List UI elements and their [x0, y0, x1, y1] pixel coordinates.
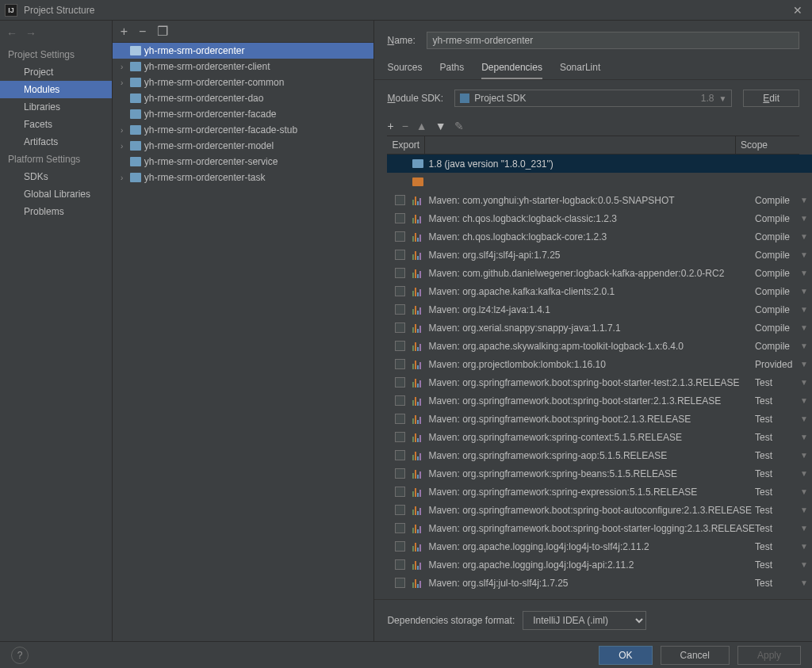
dependency-row[interactable]: Maven: org.xerial.snappy:snappy-java:1.1… — [387, 319, 812, 337]
module-row[interactable]: yh-rme-srm-ordercenter — [113, 43, 374, 59]
chevron-down-icon[interactable]: ▼ — [796, 196, 812, 204]
export-checkbox[interactable] — [395, 395, 405, 406]
add-dependency-icon[interactable]: + — [387, 120, 393, 132]
expand-icon[interactable]: › — [117, 142, 127, 151]
dependency-row[interactable]: Maven: ch.qos.logback:logback-classic:1.… — [387, 209, 812, 227]
module-row[interactable]: ›yh-rme-srm-ordercenter-task — [113, 170, 374, 185]
chevron-down-icon[interactable]: ▼ — [796, 360, 812, 368]
chevron-down-icon[interactable]: ▼ — [796, 250, 812, 259]
export-checkbox[interactable] — [395, 505, 405, 515]
dependency-row[interactable]: Maven: org.apache.kafka:kafka-clients:2.… — [387, 282, 812, 300]
sidebar-item[interactable]: Global Libraries — [0, 185, 112, 203]
export-checkbox[interactable] — [395, 268, 405, 278]
export-checkbox[interactable] — [395, 541, 405, 552]
chevron-down-icon[interactable]: ▼ — [796, 524, 812, 532]
dependency-row[interactable]: Maven: org.springframework:spring-expres… — [387, 483, 812, 501]
chevron-down-icon[interactable]: ▼ — [796, 269, 812, 277]
chevron-down-icon[interactable]: ▼ — [796, 287, 812, 296]
module-row[interactable]: ›yh-rme-srm-ordercenter-common — [113, 74, 374, 90]
dependency-row[interactable]: Maven: org.slf4j:jul-to-slf4j:1.7.25Test… — [387, 574, 812, 592]
chevron-down-icon[interactable]: ▼ — [796, 578, 812, 587]
sdk-select[interactable]: Project SDK 1.8 ▼ — [454, 90, 732, 107]
dependency-row[interactable]: Maven: org.springframework.boot:spring-b… — [387, 410, 812, 428]
chevron-down-icon[interactable]: ▼ — [796, 323, 812, 332]
export-checkbox[interactable] — [395, 341, 405, 351]
dependency-row[interactable]: Maven: org.lz4:lz4-java:1.4.1Compile▼ — [387, 300, 812, 319]
module-row[interactable]: ›yh-rme-srm-ordercenter-facade-stub — [113, 122, 374, 138]
sidebar-item[interactable]: Project — [0, 63, 112, 81]
storage-format-select[interactable]: IntelliJ IDEA (.iml) — [523, 611, 646, 630]
dependency-row[interactable]: Maven: org.springframework.boot:spring-b… — [387, 501, 812, 519]
dependency-row[interactable]: Maven: org.springframework:spring-aop:5.… — [387, 446, 812, 464]
module-row[interactable]: yh-rme-srm-ordercenter-dao — [113, 90, 374, 106]
module-row[interactable]: ›yh-rme-srm-ordercenter-client — [113, 59, 374, 74]
export-checkbox[interactable] — [395, 304, 405, 315]
help-icon[interactable]: ? — [11, 647, 29, 664]
dependency-row[interactable]: Maven: org.apache.logging.log4j:log4j-to… — [387, 537, 812, 555]
dependency-row[interactable]: Maven: org.springframework:spring-contex… — [387, 428, 812, 446]
dependency-row[interactable]: Maven: ch.qos.logback:logback-core:1.2.3… — [387, 227, 812, 246]
chevron-down-icon[interactable]: ▼ — [796, 469, 812, 478]
tab-sources[interactable]: Sources — [387, 57, 422, 79]
chevron-down-icon[interactable]: ▼ — [796, 506, 812, 514]
export-checkbox[interactable] — [395, 468, 405, 479]
apply-button[interactable]: Apply — [737, 646, 801, 665]
dependency-row[interactable]: Maven: org.springframework.boot:spring-b… — [387, 373, 812, 391]
nav-forward-icon[interactable]: → — [25, 27, 36, 40]
expand-icon[interactable]: › — [117, 63, 127, 71]
export-checkbox[interactable] — [395, 487, 405, 497]
chevron-down-icon[interactable]: ▼ — [796, 378, 812, 387]
tab-sonarlint[interactable]: SonarLint — [560, 57, 600, 79]
module-row[interactable]: yh-rme-srm-ordercenter-service — [113, 154, 374, 170]
export-checkbox[interactable] — [395, 414, 405, 424]
remove-module-icon[interactable]: − — [139, 25, 146, 39]
sdk-edit-button[interactable]: Edit — [743, 90, 799, 107]
tab-paths[interactable]: Paths — [439, 57, 464, 79]
close-icon[interactable]: ✕ — [788, 4, 807, 17]
copy-module-icon[interactable]: ❐ — [157, 24, 168, 39]
tab-dependencies[interactable]: Dependencies — [481, 57, 542, 79]
column-export[interactable]: Export — [387, 136, 425, 154]
sidebar-item[interactable]: Problems — [0, 203, 112, 220]
chevron-down-icon[interactable]: ▼ — [796, 433, 812, 441]
column-scope[interactable]: Scope — [736, 136, 799, 154]
expand-icon[interactable]: › — [117, 174, 127, 182]
sidebar-item[interactable]: Artifacts — [0, 133, 112, 151]
module-row[interactable]: ›yh-rme-srm-ordercenter-model — [113, 138, 374, 154]
sidebar-item[interactable]: Modules — [0, 81, 112, 98]
move-down-icon[interactable]: ▼ — [435, 120, 446, 132]
sidebar-item[interactable]: SDKs — [0, 168, 112, 185]
export-checkbox[interactable] — [395, 377, 405, 387]
export-checkbox[interactable] — [395, 213, 405, 223]
dependency-row[interactable]: Maven: org.springframework.boot:spring-b… — [387, 391, 812, 410]
chevron-down-icon[interactable]: ▼ — [796, 487, 812, 496]
chevron-down-icon[interactable]: ▼ — [796, 414, 812, 423]
module-name-input[interactable] — [427, 32, 799, 49]
module-row[interactable]: yh-rme-srm-ordercenter-facade — [113, 106, 374, 122]
export-checkbox[interactable] — [395, 559, 405, 570]
dependency-row[interactable]: Maven: org.slf4j:slf4j-api:1.7.25Compile… — [387, 246, 812, 264]
export-checkbox[interactable] — [395, 450, 405, 460]
dependency-row[interactable]: Maven: org.apache.logging.log4j:log4j-ap… — [387, 555, 812, 574]
dependency-row[interactable]: Maven: org.springframework:spring-beans:… — [387, 464, 812, 483]
sidebar-item[interactable]: Libraries — [0, 98, 112, 116]
chevron-down-icon[interactable]: ▼ — [796, 305, 812, 314]
dependency-row[interactable]: Maven: com.github.danielwegener:logback-… — [387, 264, 812, 282]
dependency-row[interactable]: 1.8 (java version "1.8.0_231") — [387, 155, 812, 173]
dependency-row[interactable]: Maven: org.apache.skywalking:apm-toolkit… — [387, 337, 812, 355]
export-checkbox[interactable] — [395, 195, 405, 205]
export-checkbox[interactable] — [395, 250, 405, 260]
dependency-row[interactable]: Maven: com.yonghui:yh-starter-logback:0.… — [387, 191, 812, 209]
export-checkbox[interactable] — [395, 286, 405, 296]
chevron-down-icon[interactable]: ▼ — [796, 396, 812, 405]
expand-icon[interactable]: › — [117, 126, 127, 135]
dependency-row[interactable] — [387, 173, 812, 191]
dependency-row[interactable]: Maven: org.projectlombok:lombok:1.16.10P… — [387, 355, 812, 373]
export-checkbox[interactable] — [395, 578, 405, 588]
chevron-down-icon[interactable]: ▼ — [796, 232, 812, 241]
cancel-button[interactable]: Cancel — [661, 646, 730, 665]
export-checkbox[interactable] — [395, 432, 405, 442]
chevron-down-icon[interactable]: ▼ — [796, 542, 812, 551]
chevron-down-icon[interactable]: ▼ — [796, 342, 812, 350]
expand-icon[interactable]: › — [117, 78, 127, 87]
